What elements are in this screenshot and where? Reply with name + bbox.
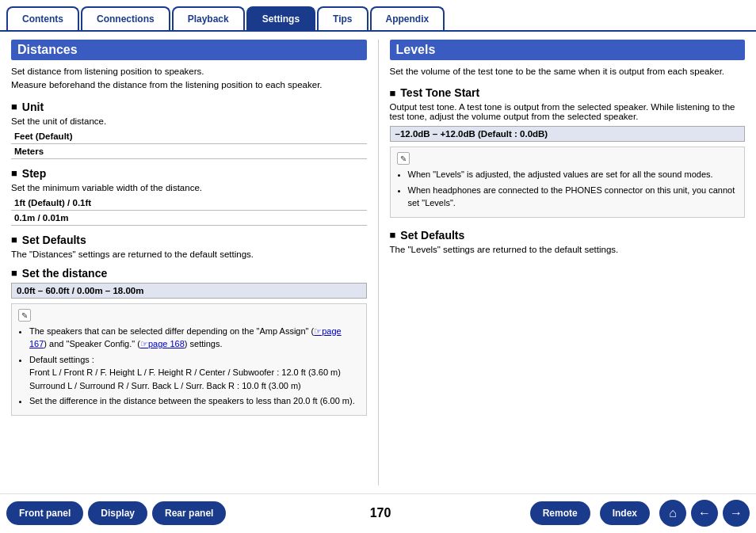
- unit-option-feet: Feet (Default): [11, 129, 367, 144]
- set-distance-notes: ✎ The speakers that can be selected diff…: [11, 303, 367, 416]
- step-sub: Set the minimum variable width of the di…: [11, 183, 367, 192]
- main-content: Distances Set distance from listening po…: [0, 32, 756, 493]
- step-option-m: 0.1m / 0.01m: [11, 210, 367, 225]
- front-panel-button[interactable]: Front panel: [6, 501, 83, 525]
- tab-appendix[interactable]: Appendix: [370, 6, 445, 30]
- table-row: Meters: [11, 143, 367, 158]
- note-item: When headphones are connected to the PHO…: [408, 184, 739, 210]
- unit-option-meters: Meters: [11, 143, 367, 158]
- note-item: Set the difference in the distance betwe…: [29, 394, 360, 408]
- left-section-title: Distances: [11, 40, 367, 60]
- test-tone-sub: Output test tone. A test tone is output …: [390, 102, 746, 121]
- set-defaults-sub-left: The "Distances" settings are returned to…: [11, 249, 367, 259]
- test-tone-notes: ✎ When "Levels" is adjusted, the adjuste…: [390, 147, 746, 218]
- step-options-table: 1ft (Default) / 0.1ft 0.1m / 0.01m: [11, 196, 367, 226]
- set-defaults-sub-right: The "Levels" settings are returned to th…: [390, 245, 746, 254]
- test-tone-range: –12.0dB – +12.0dB (Default : 0.0dB): [390, 126, 746, 142]
- left-description: Set distance from listening position to …: [11, 65, 367, 93]
- test-tone-heading: Test Tone Start: [390, 86, 746, 99]
- tab-connections[interactable]: Connections: [81, 6, 170, 30]
- set-distance-heading: Set the distance: [11, 267, 367, 280]
- index-button[interactable]: Index: [600, 501, 650, 525]
- back-button[interactable]: ←: [691, 500, 718, 527]
- forward-button[interactable]: →: [723, 500, 750, 527]
- remote-button[interactable]: Remote: [530, 501, 590, 525]
- tab-tips[interactable]: Tips: [317, 6, 368, 30]
- ref-link-168[interactable]: ☞page 168: [140, 339, 185, 348]
- note-item: Default settings : Front L / Front R / F…: [29, 353, 360, 393]
- display-button[interactable]: Display: [88, 501, 147, 525]
- right-description: Set the volume of the test tone to be th…: [390, 65, 746, 78]
- footer: Front panel Display Rear panel 170 Remot…: [0, 493, 756, 531]
- table-row: 0.1m / 0.01m: [11, 210, 367, 225]
- tab-settings[interactable]: Settings: [246, 6, 315, 30]
- note-item: The speakers that can be selected differ…: [29, 325, 360, 351]
- step-option-ft: 1ft (Default) / 0.1ft: [11, 196, 367, 211]
- set-distance-range: 0.0ft – 60.0ft / 0.00m – 18.00m: [11, 283, 367, 299]
- set-defaults-heading-left: Set Defaults: [11, 234, 367, 246]
- left-panel: Distances Set distance from listening po…: [0, 32, 378, 493]
- right-panel: Levels Set the volume of the test tone t…: [379, 32, 757, 493]
- table-row: Feet (Default): [11, 129, 367, 144]
- table-row: 1ft (Default) / 0.1ft: [11, 196, 367, 211]
- step-heading: Step: [11, 167, 367, 180]
- unit-sub: Set the unit of distance.: [11, 116, 367, 126]
- ref-link-167[interactable]: ☞page 167: [29, 326, 342, 349]
- home-button[interactable]: ⌂: [659, 500, 686, 527]
- page-number: 170: [370, 506, 391, 520]
- tab-contents[interactable]: Contents: [6, 6, 79, 30]
- footer-right: Remote Index ⌂ ← →: [530, 500, 750, 527]
- unit-options-table: Feet (Default) Meters: [11, 129, 367, 159]
- right-section-title: Levels: [390, 40, 746, 60]
- note-item: When "Levels" is adjusted, the adjusted …: [408, 168, 739, 181]
- note-icon-right: ✎: [397, 152, 410, 165]
- rear-panel-button[interactable]: Rear panel: [152, 501, 226, 525]
- unit-heading: Unit: [11, 101, 367, 113]
- note-icon: ✎: [18, 309, 31, 322]
- tabs-bar: Contents Connections Playback Settings T…: [0, 0, 756, 32]
- set-defaults-heading-right: Set Defaults: [390, 229, 746, 242]
- tab-playback[interactable]: Playback: [172, 6, 245, 30]
